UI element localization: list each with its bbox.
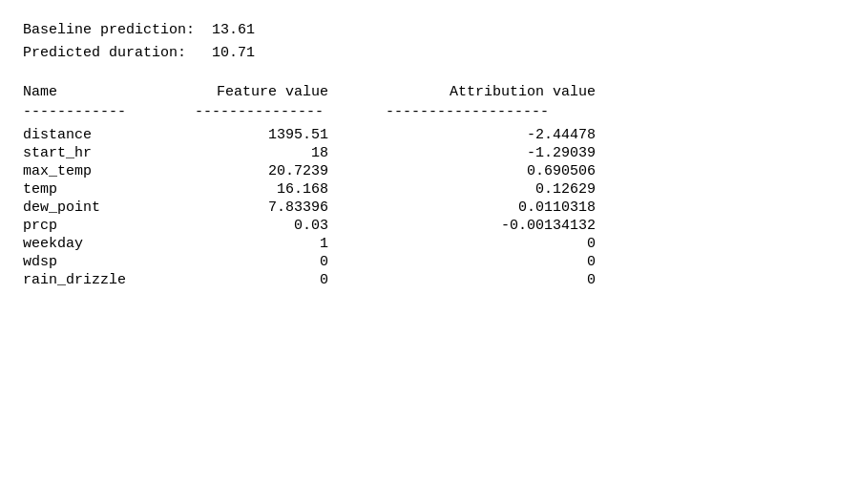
table-row: distance1395.51-2.44478 [23,126,836,144]
table-row: temp16.1680.12629 [23,180,836,199]
baseline-line: Baseline prediction: 13.61 [23,19,836,42]
cell-name: max_temp [23,163,195,179]
table-header-row: Name Feature value Attribution value [23,84,836,104]
cell-feature-value: 1395.51 [195,127,386,143]
cell-feature-value: 20.7239 [195,163,386,179]
cell-name: temp [23,181,195,198]
table-row: prcp0.03-0.00134132 [23,217,836,235]
cell-feature-value: 16.168 [195,181,386,198]
cell-feature-value: 18 [195,145,386,161]
table-row: weekday10 [23,235,836,253]
table-row: dew_point7.833960.0110318 [23,199,836,217]
cell-feature-value: 7.83396 [195,200,386,216]
info-block: Baseline prediction: 13.61 Predicted dur… [23,19,836,65]
cell-attribution-value: -2.44478 [386,127,615,143]
divider-attribution: ------------------- [386,104,615,120]
cell-name: dew_point [23,200,195,216]
cell-feature-value: 1 [195,236,386,252]
cell-attribution-value: 0 [386,254,615,270]
table-row: max_temp20.72390.690506 [23,162,836,180]
cell-attribution-value: -0.00134132 [386,218,615,234]
table-row: wdsp00 [23,253,836,271]
header-attribution-value: Attribution value [386,84,615,100]
cell-attribution-value: 0.0110318 [386,200,615,216]
cell-attribution-value: 0 [386,272,615,288]
cell-attribution-value: -1.29039 [386,145,615,161]
predicted-line: Predicted duration: 10.71 [23,42,836,65]
cell-name: rain_drizzle [23,272,195,288]
header-feature-value: Feature value [195,84,386,100]
divider-feature: --------------- [195,104,386,120]
cell-name: wdsp [23,254,195,270]
table-divider-row: ------------ --------------- -----------… [23,104,836,126]
divider-name: ------------ [23,104,195,120]
table-row: rain_drizzle00 [23,271,836,289]
attribution-table: Name Feature value Attribution value ---… [23,84,836,289]
cell-name: start_hr [23,145,195,161]
cell-attribution-value: 0.690506 [386,163,615,179]
cell-feature-value: 0.03 [195,218,386,234]
header-name: Name [23,84,195,100]
cell-attribution-value: 0.12629 [386,181,615,198]
cell-attribution-value: 0 [386,236,615,252]
cell-feature-value: 0 [195,254,386,270]
table-row: start_hr18-1.29039 [23,144,836,162]
cell-name: prcp [23,218,195,234]
cell-name: weekday [23,236,195,252]
table-rows-container: distance1395.51-2.44478start_hr18-1.2903… [23,126,836,289]
cell-feature-value: 0 [195,272,386,288]
cell-name: distance [23,127,195,143]
